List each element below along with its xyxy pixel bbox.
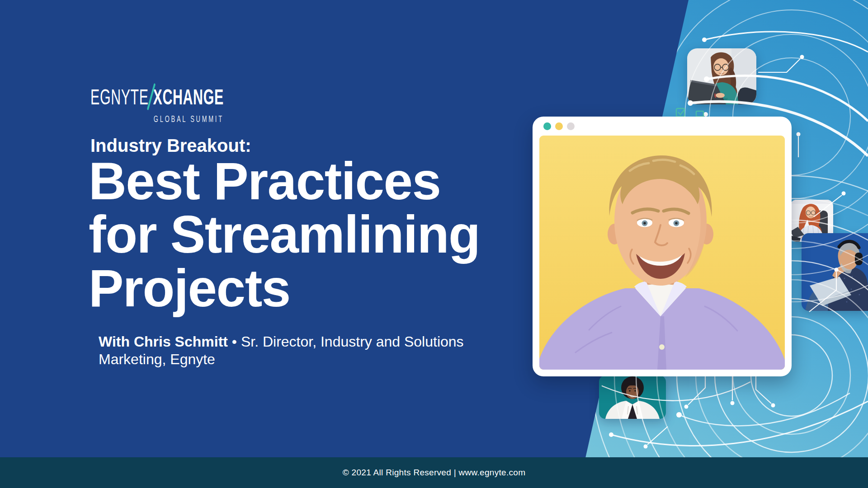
session-title: Best Practices for Streamlining Projects — [89, 155, 480, 315]
doctor-woman-illustration — [599, 375, 666, 419]
laptop-woman-illustration — [687, 48, 756, 104]
window-dot-gray-icon — [567, 122, 575, 130]
video-call-window — [533, 117, 792, 376]
slide-canvas: EGNYTE XCHANGE GLOBAL SUMMIT Industry Br… — [0, 0, 868, 488]
participant-thumbnail-headphones-man — [802, 233, 868, 311]
window-dot-teal-icon — [543, 122, 551, 130]
logo-wordmark: EGNYTE XCHANGE — [90, 82, 224, 111]
title-line-1: Best Practices — [89, 155, 480, 208]
title-line-3: Projects — [89, 262, 480, 315]
logo-brand-bold-text: XCHANGE — [153, 86, 224, 108]
window-titlebar — [533, 117, 792, 136]
participant-thumbnail-doctor-woman — [599, 375, 666, 419]
speaker-illustration — [539, 136, 785, 370]
footer-bar: © 2021 All Rights Reserved | www.egnyte.… — [0, 457, 868, 488]
logo-brand-text: EGNYTE — [90, 86, 149, 108]
footer-copyright-text: © 2021 All Rights Reserved | www.egnyte.… — [343, 468, 526, 478]
window-dot-yellow-icon — [555, 122, 563, 130]
title-line-2: for Streamlining — [89, 208, 480, 261]
speaker-photo — [539, 136, 785, 370]
headphones-man-illustration — [802, 233, 868, 311]
logo-tagline: GLOBAL SUMMIT — [90, 113, 224, 124]
egnyte-exchange-logo: EGNYTE XCHANGE GLOBAL SUMMIT — [90, 82, 224, 124]
speaker-byline: With Chris Schmitt • Sr. Director, Indus… — [99, 333, 496, 369]
participant-thumbnail-laptop-woman — [687, 48, 756, 104]
speaker-name: With Chris Schmitt — [99, 333, 228, 350]
